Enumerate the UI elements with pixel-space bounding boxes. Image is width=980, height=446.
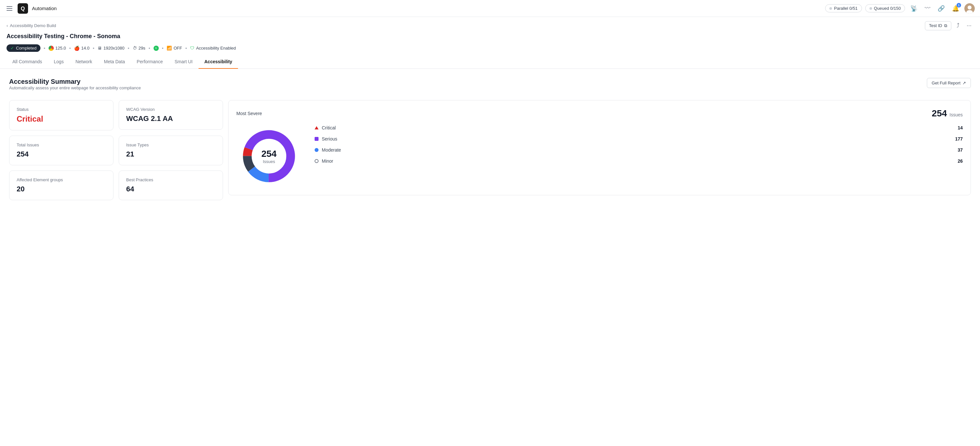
queued-badge: Queued 0/150 (865, 4, 905, 13)
total-issues-label: Issues (950, 112, 963, 117)
sep6: • (162, 46, 164, 51)
apple-icon: 🍎 (74, 46, 80, 51)
legend-minor-label: Minor (322, 158, 948, 164)
logo-icon: Q (18, 3, 28, 14)
broadcast-button[interactable]: 📡 (908, 3, 920, 14)
hamburger-button[interactable] (5, 5, 14, 12)
activity-button[interactable]: 〰 (923, 3, 932, 14)
issue-types-value: 21 (126, 150, 215, 158)
legend-critical: Critical 14 (315, 125, 963, 131)
most-severe-card: Most Severe 254 Issues (228, 100, 971, 195)
sep2: • (69, 46, 71, 51)
status-label: Status (17, 107, 106, 112)
svg-rect-0 (6, 6, 13, 7)
affected-card: Affected Element groups 20 (9, 170, 113, 200)
tab-logs[interactable]: Logs (48, 55, 70, 69)
moderate-icon (315, 148, 318, 152)
legend-critical-count: 14 (951, 125, 963, 131)
most-severe-title: Most Severe (236, 111, 262, 116)
wifi-item: 📶 OFF (167, 46, 182, 51)
total-issues-group: 254 Issues (932, 108, 963, 119)
tab-meta-data[interactable]: Meta Data (98, 55, 131, 69)
parallel-badge: Parallel 0/51 (825, 4, 862, 13)
sep1: • (44, 46, 45, 51)
tab-all-commands[interactable]: All Commands (6, 55, 48, 69)
best-practices-card: Best Practices 64 (119, 170, 223, 200)
shield-icon: 🛡 (190, 46, 194, 51)
get-full-report-button[interactable]: Get Full Report ↗ (927, 78, 971, 88)
resolution-item: 🖥 1920x1080 (97, 46, 124, 51)
status-bar: ✓ Completed • 125.0 • 🍎 14.0 • 🖥 1920x10… (0, 42, 980, 55)
most-severe-header: Most Severe 254 Issues (236, 108, 963, 119)
legend-moderate-label: Moderate (322, 147, 948, 153)
sep5: • (149, 46, 150, 51)
total-issues-card: Total Issues 254 (9, 135, 113, 165)
affected-value: 20 (17, 185, 106, 193)
share-button[interactable]: ⤴ (955, 20, 961, 31)
legend-minor-count: 26 (951, 158, 963, 164)
notification-count: 1 (956, 3, 961, 8)
completed-badge: ✓ Completed (6, 45, 40, 52)
top-bar-right: Parallel 0/51 Queued 0/150 📡 〰 🔗 🔔 1 (825, 3, 975, 14)
link-button[interactable]: 🔗 (935, 3, 947, 14)
legend-moderate: Moderate 37 (315, 147, 963, 153)
legend-moderate-count: 37 (951, 147, 963, 153)
more-button[interactable]: ··· (965, 20, 974, 31)
tab-accessibility[interactable]: Accessibility (199, 55, 238, 69)
top-bar-left: Q Automation (5, 3, 57, 14)
check-icon: ✓ (10, 46, 14, 51)
affected-label: Affected Element groups (17, 177, 106, 182)
app-title: Automation (32, 6, 57, 11)
tab-performance[interactable]: Performance (131, 55, 169, 69)
wcag-card: WCAG Version WCAG 2.1 AA (119, 100, 223, 130)
avatar[interactable] (964, 3, 975, 14)
chrome-item: 125.0 (49, 46, 66, 51)
copy-icon: ⧉ (944, 23, 947, 29)
serious-icon (315, 137, 318, 141)
sep3: • (93, 46, 95, 51)
svg-text:Q: Q (21, 6, 25, 11)
donut-center: 254 Issues (261, 149, 277, 164)
status-card: Status Critical (9, 100, 113, 131)
green-dot: G (154, 46, 159, 51)
section-header: Accessibility Summary Automatically asse… (9, 78, 971, 98)
sep4: • (128, 46, 129, 51)
legend-serious-count: 177 (949, 136, 963, 142)
total-issues-number: 254 (932, 108, 947, 118)
wifi-icon: 📶 (167, 46, 172, 51)
sep7: • (185, 46, 187, 51)
legend: Critical 14 Serious 177 Moderate 37 (315, 125, 963, 164)
breadcrumb-right: Test ID ⧉ ⤴ ··· (925, 20, 974, 31)
back-arrow[interactable]: ‹ (6, 23, 8, 28)
test-id-button[interactable]: Test ID ⧉ (925, 21, 951, 30)
critical-icon (315, 126, 318, 129)
total-issues-label: Total Issues (17, 142, 106, 147)
legend-minor: Minor 26 (315, 158, 963, 164)
issue-types-card: Issue Types 21 (119, 135, 223, 165)
status-value: Critical (17, 115, 106, 124)
tab-smart-ui[interactable]: Smart UI (169, 55, 199, 69)
queued-dot (869, 7, 872, 10)
network-item: G (154, 46, 159, 51)
cards-grid: Status Critical WCAG Version WCAG 2.1 AA… (9, 100, 971, 200)
main-content: Accessibility Summary Automatically asse… (0, 69, 980, 209)
page-title: Accessibility Testing - Chrome - Sonoma (6, 33, 974, 40)
wcag-label: WCAG Version (126, 107, 215, 112)
svg-point-6 (967, 6, 972, 10)
parallel-dot (829, 7, 832, 10)
issue-types-label: Issue Types (126, 142, 215, 147)
external-link-icon: ↗ (963, 81, 966, 85)
monitor-icon: 🖥 (97, 46, 102, 51)
page-title-bar: Accessibility Testing - Chrome - Sonoma (0, 32, 980, 42)
legend-serious-label: Serious (322, 136, 945, 142)
clock-icon: ⏱ (133, 46, 137, 51)
duration-item: ⏱ 29s (133, 46, 145, 51)
section-title: Accessibility Summary (9, 78, 141, 85)
legend-critical-label: Critical (322, 125, 948, 131)
legend-serious: Serious 177 (315, 136, 963, 142)
minor-icon (315, 159, 318, 163)
tab-network[interactable]: Network (70, 55, 98, 69)
donut-wrapper: 254 Issues (236, 125, 302, 187)
best-practices-label: Best Practices (126, 177, 215, 182)
breadcrumb-parent[interactable]: Accessibility Demo Build (10, 23, 56, 28)
